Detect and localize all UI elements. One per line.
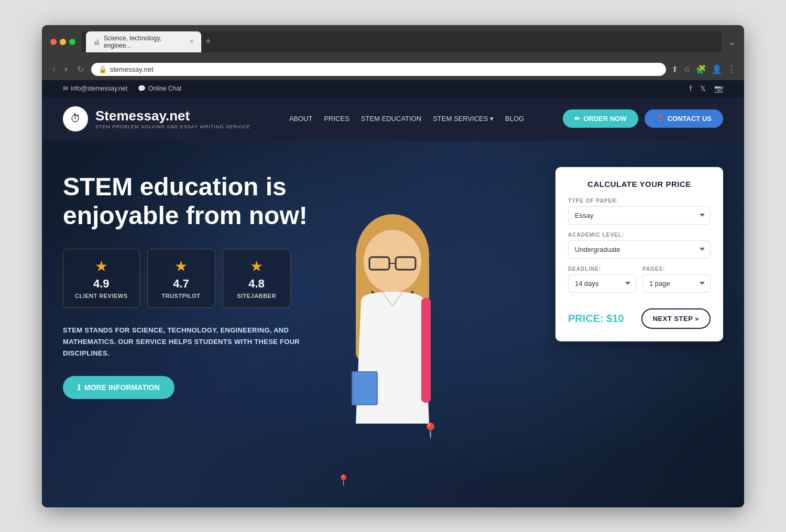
deadline-field: DEADLINE: 3 hours6 hours12 hours24 hours… (568, 266, 636, 293)
calculator-title: CALCULATE YOUR PRICE (568, 180, 711, 189)
lock-icon: 🔒 (99, 65, 107, 73)
topbar-left: ✉ info@stemessay.net 💬 Online Chat (63, 85, 181, 92)
site-name: Stemessay.net (95, 108, 250, 124)
info-icon: ℹ (78, 383, 80, 392)
contact-icon: 📍 (656, 115, 664, 123)
chat-icon: 💬 (138, 85, 146, 92)
browser-titlebar: 🔬 Science, technology, enginee... ✕ + ⌄ (42, 25, 744, 59)
forward-button[interactable]: › (62, 63, 69, 75)
menu-icon[interactable]: ⋮ (727, 64, 736, 74)
browser-window: 🔬 Science, technology, enginee... ✕ + ⌄ … (42, 25, 744, 507)
hero-description: STEM STANDS FOR SCIENCE, TECHNOLOGY, ENG… (63, 325, 335, 359)
bookmark-icon[interactable]: ☆ (683, 64, 691, 74)
site-tagline: STEM PROBLEM SOLVING AND ESSAY WRITING S… (95, 124, 250, 129)
minimize-button[interactable] (60, 39, 66, 45)
rating-score-1: 4.9 (75, 277, 128, 291)
order-icon: ✏ (574, 115, 580, 123)
contact-us-button[interactable]: 📍 CONTACT US (645, 109, 723, 128)
nav-stem-education[interactable]: STEM EDUCATION (361, 115, 421, 123)
nav-blog[interactable]: BLOG (505, 115, 524, 123)
order-label: ORDER NOW (583, 115, 626, 123)
maximize-button[interactable] (69, 39, 75, 45)
deadline-select[interactable]: 3 hours6 hours12 hours24 hours3 days7 da… (568, 274, 636, 293)
url-text: stemessay.net (110, 65, 154, 73)
deadline-pages-row: DEADLINE: 3 hours6 hours12 hours24 hours… (568, 266, 711, 300)
rating-trustpilot: ★ 4.7 TRUSTPILOT (147, 249, 215, 308)
logo: ⏱ Stemessay.net STEM PROBLEM SOLVING AND… (63, 106, 250, 131)
tab-title: Science, technology, enginee... (104, 35, 183, 49)
academic-level-label: ACADEMIC LEVEL: (568, 232, 711, 238)
reload-button[interactable]: ↻ (75, 63, 86, 75)
chat-link[interactable]: 💬 Online Chat (138, 85, 181, 92)
logo-text: Stemessay.net STEM PROBLEM SOLVING AND E… (95, 108, 250, 129)
active-tab[interactable]: 🔬 Science, technology, enginee... ✕ (86, 31, 201, 52)
paper-type-select[interactable]: EssayResearch PaperDissertationThesisTer… (568, 206, 711, 225)
nav-about[interactable]: ABOUT (289, 115, 313, 123)
facebook-icon[interactable]: f (690, 84, 692, 93)
hero-title: STEM education is enjoyable from now! (63, 172, 367, 230)
rating-score-2: 4.7 (159, 277, 203, 291)
price-label: PRICE: (568, 313, 604, 324)
location-pin-2: 📍 (337, 474, 350, 486)
instagram-icon[interactable]: 📷 (714, 84, 723, 93)
rating-label-1: CLIENT REVIEWS (75, 293, 128, 299)
profile-icon[interactable]: 👤 (712, 64, 722, 74)
topbar: ✉ info@stemessay.net 💬 Online Chat f 𝕏 📷 (42, 80, 744, 97)
topbar-social: f 𝕏 📷 (690, 84, 723, 93)
more-information-button[interactable]: ℹ MORE INFORMATION (63, 376, 174, 399)
window-menu-button[interactable]: ⌄ (728, 36, 736, 48)
next-step-button[interactable]: NEXT STEP » (641, 308, 711, 329)
back-button[interactable]: ‹ (50, 63, 57, 75)
tab-favicon: 🔬 (93, 38, 101, 45)
academic-level-select[interactable]: High SchoolUndergraduateMasterPhD (568, 240, 711, 259)
rating-boxes: ★ 4.9 CLIENT REVIEWS ★ 4.7 TRUSTPILOT ★ … (63, 249, 367, 308)
address-bar: ‹ › ↻ 🔒 stemessay.net ⬆ ☆ 🧩 👤 ⋮ (42, 59, 744, 80)
twitter-icon[interactable]: 𝕏 (700, 84, 706, 93)
order-now-button[interactable]: ✏ ORDER NOW (563, 109, 638, 128)
rating-score-3: 4.8 (235, 277, 279, 291)
close-button[interactable] (50, 39, 57, 45)
more-info-label: MORE INFORMATION (84, 383, 160, 392)
header-buttons: ✏ ORDER NOW 📍 CONTACT US (563, 109, 723, 128)
svg-rect-7 (421, 298, 431, 403)
share-icon[interactable]: ⬆ (671, 64, 678, 74)
price-value: $10 (606, 313, 624, 324)
location-pin-1: 📍 (421, 422, 440, 439)
new-tab-button[interactable]: + (205, 36, 211, 47)
paper-type-field: TYPE OF PAPER: EssayResearch PaperDisser… (568, 198, 711, 225)
pages-label: PAGES: (642, 266, 711, 272)
academic-level-field: ACADEMIC LEVEL: High SchoolUndergraduate… (568, 232, 711, 259)
email-icon: ✉ (63, 85, 68, 92)
url-bar[interactable]: 🔒 stemessay.net (91, 63, 666, 76)
extensions-icon[interactable]: 🧩 (696, 64, 706, 74)
star-icon-2: ★ (159, 258, 203, 275)
tab-bar: 🔬 Science, technology, enginee... ✕ + (82, 31, 722, 52)
nav-stem-services[interactable]: STEM SERVICES (433, 115, 494, 123)
logo-icon: ⏱ (63, 106, 88, 131)
nav-prices[interactable]: PRICES (324, 115, 349, 123)
calculator-box: CALCULATE YOUR PRICE TYPE OF PAPER: Essa… (555, 167, 723, 341)
hero-content: STEM education is enjoyable from now! ★ … (63, 172, 367, 400)
pages-select[interactable]: 1 page2 pages3 pages4 pages5 pages (642, 274, 711, 293)
star-icon-3: ★ (235, 258, 279, 275)
pages-field: PAGES: 1 page2 pages3 pages4 pages5 page… (642, 266, 711, 293)
deadline-label: DEADLINE: (568, 266, 636, 272)
website-content: ✉ info@stemessay.net 💬 Online Chat f 𝕏 📷… (42, 80, 744, 507)
browser-actions: ⬆ ☆ 🧩 👤 ⋮ (671, 64, 736, 74)
rating-client-reviews: ★ 4.9 CLIENT REVIEWS (63, 249, 140, 308)
main-nav: ABOUT PRICES STEM EDUCATION STEM SERVICE… (289, 115, 525, 123)
rating-sitejabber: ★ 4.8 SITEJABBER (223, 249, 291, 308)
svg-point-3 (364, 230, 421, 293)
star-icon-1: ★ (75, 258, 128, 275)
chat-label: Online Chat (148, 85, 181, 92)
email-address: info@stemessay.net (71, 85, 127, 92)
price-display: PRICE: $10 (568, 313, 624, 325)
paper-type-label: TYPE OF PAPER: (568, 198, 711, 204)
rating-label-2: TRUSTPILOT (159, 293, 203, 299)
tab-close-button[interactable]: ✕ (189, 38, 194, 45)
site-header: ⏱ Stemessay.net STEM PROBLEM SOLVING AND… (42, 97, 744, 141)
email-link[interactable]: ✉ info@stemessay.net (63, 85, 127, 92)
traffic-lights (50, 39, 75, 45)
calculator-footer: PRICE: $10 NEXT STEP » (568, 308, 711, 329)
rating-label-3: SITEJABBER (235, 293, 279, 299)
